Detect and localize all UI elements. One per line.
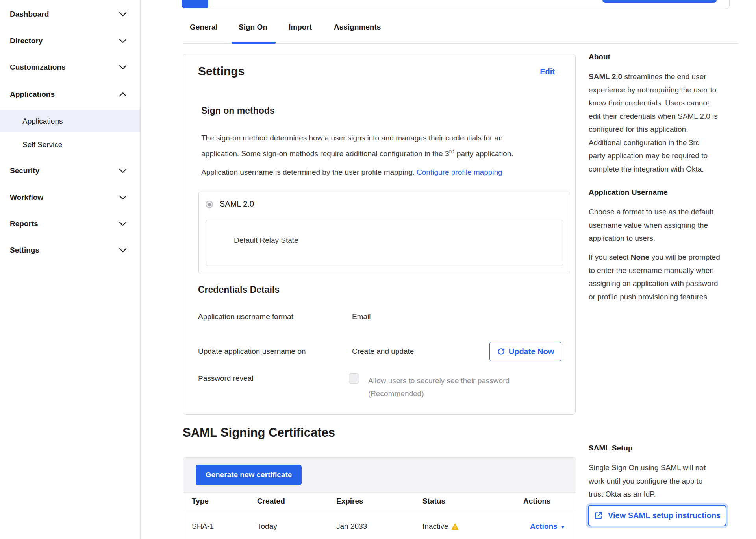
saml-method-box: SAML 2.0 Default Relay State [198,192,570,273]
active-tab-indicator [232,42,276,44]
application-username-paragraph-2: If you select None you will be prompted … [589,251,743,303]
sidebar-subitem-label: Applications [22,117,63,126]
cell-expires: Jan 2033 [336,522,367,531]
actions-label: Actions [530,522,558,531]
p2-text: If you select [589,253,631,261]
about-heading: About [589,53,610,61]
sidebar: Dashboard Directory Customizations Appli… [0,0,141,539]
sidebar-item-customizations[interactable]: Customizations [0,57,140,78]
caret-down-icon: ▼ [560,524,565,530]
tab-assignments[interactable]: Assignments [334,23,381,31]
username-mapping-line: Application username is determined by th… [201,166,548,179]
username-format-value: Email [352,312,371,321]
saml-setup-heading: SAML Setup [589,444,633,452]
settings-title: Settings [198,65,245,78]
setup-button-label: View SAML setup instructions [608,511,721,520]
about-bold-lead: SAML 2.0 [589,72,622,81]
sidebar-item-label: Customizations [10,63,65,72]
sidebar-item-label: Applications [10,90,55,99]
update-username-on-label: Update application username on [198,347,306,356]
saml-setup-paragraph: Single Sign On using SAML will not work … [589,461,743,501]
sidebar-item-workflow[interactable]: Workflow [0,187,140,208]
sidebar-item-security[interactable]: Security [0,160,140,181]
refresh-icon [497,347,505,356]
tab-general[interactable]: General [190,23,218,31]
row-actions-dropdown[interactable]: Actions ▼ [530,522,565,531]
tab-import[interactable]: Import [289,23,312,31]
p2-bold-none: None [631,253,650,261]
saml-radio[interactable] [206,201,213,208]
certificates-panel: Generate new certificate Type Created Ex… [183,457,576,539]
chevron-down-icon [119,39,127,43]
chevron-down-icon [119,248,127,253]
update-username-on-value: Create and update [352,347,414,356]
col-expires: Expires [336,497,363,506]
saml-radio-label: SAML 2.0 [220,199,254,209]
cell-type: SHA-1 [192,522,214,531]
username-format-label: Application username format [198,312,293,321]
chevron-down-icon [119,195,127,200]
sidebar-item-applications[interactable]: Applications [0,84,140,105]
sidebar-item-label: Reports [10,220,38,228]
cell-created: Today [257,522,277,531]
update-now-button[interactable]: Update Now [489,342,561,361]
sidebar-subitem-applications[interactable]: Applications [0,110,140,132]
configure-profile-mapping-link[interactable]: Configure profile mapping [417,168,502,176]
credentials-details-heading: Credentials Details [198,284,280,295]
chevron-down-icon [119,168,127,173]
settings-card: Settings Edit Sign on methods The sign-o… [183,54,576,415]
cell-status: Inactive [422,522,459,531]
sidebar-subitem-self-service[interactable]: Self Service [0,134,140,155]
sidebar-item-reports[interactable]: Reports [0,213,140,234]
sidebar-item-label: Settings [10,246,39,255]
col-status: Status [422,497,445,506]
sidebar-subitem-label: Self Service [22,140,62,149]
password-reveal-help-text: Allow users to securely see their passwo… [368,374,510,400]
update-now-label: Update Now [509,347,554,356]
sidebar-item-settings[interactable]: Settings [0,240,140,261]
okta-admin-sign-on-page: Dashboard Directory Customizations Appli… [0,0,756,539]
sidebar-item-dashboard[interactable]: Dashboard [0,4,140,25]
warning-icon [451,523,459,530]
mapping-text: Application username is determined by th… [201,168,417,176]
col-type: Type [192,497,209,506]
header-primary-button[interactable] [602,0,717,3]
sign-on-description: The sign-on method determines how a user… [201,131,548,161]
certificates-table-header: Type Created Expires Status Actions [183,492,576,511]
status-badge: Inactive [422,522,448,531]
chevron-down-icon [119,12,127,17]
application-username-heading: Application Username [589,188,668,197]
col-actions: Actions [523,497,551,506]
about-text: streamlines the end user experience by n… [589,72,718,173]
sign-on-methods-heading: Sign on methods [201,105,275,116]
default-relay-state-label: Default Relay State [234,236,298,245]
col-created: Created [257,497,285,506]
app-logo [182,0,208,8]
generate-certificate-button[interactable]: Generate new certificate [196,465,302,485]
chevron-down-icon [119,222,127,226]
sidebar-item-directory[interactable]: Directory [0,30,140,52]
view-saml-setup-instructions-button[interactable]: View SAML setup instructions [588,505,726,526]
sidebar-item-label: Directory [10,37,43,45]
sidebar-item-label: Workflow [10,193,43,202]
sidebar-item-label: Dashboard [10,10,49,18]
table-row: SHA-1 Today Jan 2033 Inactive Actions ▼ [183,511,576,539]
external-link-icon [594,511,603,520]
chevron-up-icon [119,92,127,97]
saml-signing-certificates-heading: SAML Signing Certificates [183,426,335,440]
description-text: party application. [455,150,513,158]
chevron-down-icon [119,65,127,70]
tab-sign-on[interactable]: Sign On [239,23,267,31]
sidebar-item-label: Security [10,166,39,175]
about-paragraph: SAML 2.0 streamlines the end user experi… [589,70,743,175]
edit-link[interactable]: Edit [540,67,555,76]
password-reveal-checkbox[interactable] [349,373,359,384]
application-username-paragraph-1: Choose a format to use as the default us… [589,205,743,245]
ordinal-superscript: rd [449,148,455,155]
default-relay-state-field: Default Relay State [206,220,563,266]
password-reveal-label: Password reveal [198,374,253,383]
